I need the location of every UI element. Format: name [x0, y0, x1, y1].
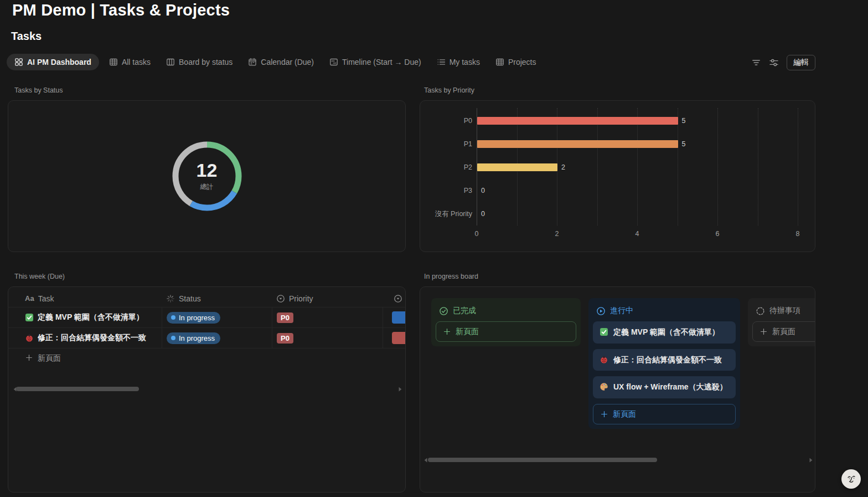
board-new-page-button[interactable]: 新頁面 [436, 321, 576, 342]
column-header-Priority[interactable]: Priority [272, 290, 383, 307]
toolbar-right: 編輯 [751, 55, 815, 70]
week-scrollbar-thumb[interactable] [16, 387, 139, 391]
board-card-item[interactable]: 修正：回合結算偶發金額不一致 [593, 349, 736, 371]
board-column-header[interactable]: 進行中 [593, 303, 736, 321]
tab-projects[interactable]: Projects [490, 54, 542, 70]
priority-badge[interactable]: P0 [277, 333, 293, 344]
view-settings-icon[interactable] [769, 58, 779, 68]
x-tick-label: 4 [636, 230, 639, 238]
status-chart-card: 12 總計 [8, 100, 406, 252]
week-table-hscrollbar [8, 387, 406, 392]
bar[interactable] [477, 140, 678, 148]
scroll-right-icon[interactable] [395, 385, 404, 393]
status-badge[interactable]: In progress [167, 332, 220, 344]
donut-total-value: 12 [197, 161, 218, 181]
tab-all-tasks[interactable]: All tasks [104, 54, 156, 70]
plus-icon [25, 353, 33, 363]
clipped-badge[interactable] [392, 311, 406, 324]
board-column-header[interactable]: 待辦事項 [752, 303, 815, 321]
board-column-待辦事項: 待辦事項新頁面 [748, 298, 815, 346]
week-table-card: AaTaskStatusPriority 定義 MVP 範圍（含不做清單） In… [8, 286, 406, 493]
select-icon [276, 294, 285, 303]
bar-category-label: P2 [422, 163, 472, 171]
tab-ai-pm-dashboard[interactable]: AI PM Dashboard [7, 54, 99, 70]
bar-row-P2: P22 [477, 156, 798, 179]
chart-x-axis: 02468 [477, 229, 798, 241]
donut-total-label: 總計 [200, 182, 214, 192]
column-header-hidden[interactable] [383, 290, 406, 307]
column-header-Status[interactable]: Status [162, 290, 272, 307]
priority-chart-card: P05P15P22P30沒有 Priority0 02468 [420, 100, 815, 252]
tab-timeline-start-due[interactable]: Timeline (Start → Due) [324, 54, 427, 70]
tab-board-by-status[interactable]: Board by status [161, 54, 238, 70]
notion-ai-face-button[interactable] [841, 469, 861, 489]
table-new-page-button[interactable]: 新頁面 [8, 348, 405, 368]
board-card-title: 定義 MVP 範圍（含不做清單） [613, 326, 720, 339]
bar-row-P3: P30 [477, 179, 798, 202]
tab-label: Projects [508, 58, 536, 66]
list-icon [437, 58, 446, 66]
scroll-right-icon[interactable] [806, 455, 815, 464]
board-new-page-button[interactable]: 新頁面 [593, 404, 736, 424]
board-scrollbar-thumb[interactable] [428, 458, 657, 462]
board-column-title: 已完成 [453, 306, 476, 316]
bar-category-label: P3 [422, 187, 472, 194]
bar-value-label: 0 [481, 187, 485, 194]
tab-my-tasks[interactable]: My tasks [431, 54, 485, 70]
task-title[interactable]: 修正：回合結算偶發金額不一致 [38, 333, 146, 343]
table-row[interactable]: 修正：回合結算偶發金額不一致 In progress P0 [8, 327, 405, 348]
bar[interactable] [477, 117, 678, 125]
task-title[interactable]: 定義 MVP 範圍（含不做清單） [38, 312, 144, 322]
tab-label: Calendar (Due) [261, 58, 314, 66]
text-icon: Aa [25, 294, 34, 303]
status-badge[interactable]: In progress [167, 312, 220, 324]
board-card: 已完成新頁面進行中定義 MVP 範圍（含不做清單）修正：回合結算偶發金額不一致U… [420, 286, 815, 493]
green-check-emoji [25, 313, 34, 322]
board-card-item[interactable]: 定義 MVP 範圍（含不做清單） [593, 321, 736, 344]
palette-emoji [600, 382, 608, 393]
bar[interactable] [477, 163, 557, 171]
board-card-item[interactable]: UX flow + Wireframe（大逃殺） [593, 376, 736, 398]
select-icon [394, 294, 402, 303]
column-header-label: Task [38, 294, 54, 303]
board-column-進行中: 進行中定義 MVP 範圍（含不做清單）修正：回合結算偶發金額不一致UX flow… [588, 298, 740, 429]
clipped-badge[interactable] [392, 332, 406, 344]
column-header-Task[interactable]: AaTask [8, 290, 162, 307]
priority-badge[interactable]: P0 [277, 312, 293, 323]
pm-dashboard-page: PM Demo | Tasks & Projects Tasks AI PM D… [0, 0, 868, 497]
board-column-已完成: 已完成新頁面 [431, 298, 581, 346]
tab-calendar-due[interactable]: Calendar (Due) [242, 54, 319, 70]
edit-button[interactable]: 編輯 [787, 55, 815, 70]
ladybug-emoji [25, 334, 34, 342]
ladybug-emoji [600, 355, 608, 366]
x-tick-label: 2 [555, 230, 559, 238]
week-table-label: This week (Due) [14, 273, 65, 280]
bar-category-label: P0 [422, 117, 472, 125]
bar-category-label: P1 [422, 140, 472, 148]
tab-label: AI PM Dashboard [27, 58, 91, 66]
tab-label: Board by status [179, 58, 232, 66]
donut-center: 12 總計 [168, 137, 246, 215]
timeline-icon [329, 58, 338, 66]
spinner-icon [166, 294, 175, 303]
table-row[interactable]: 定義 MVP 範圍（含不做清單） In progress P0 [8, 307, 405, 327]
board-new-page-button[interactable]: 新頁面 [752, 321, 815, 342]
status-dot [171, 315, 175, 320]
bar-category-label: 沒有 Priority [422, 209, 472, 219]
bar-value-label: 5 [682, 140, 686, 148]
notion-ai-face-icon [845, 473, 857, 485]
new-page-label: 新頁面 [772, 327, 795, 337]
table-icon [495, 58, 504, 66]
bar-value-label: 5 [682, 117, 686, 125]
board-label: In progress board [424, 273, 478, 280]
board-column-header[interactable]: 已完成 [436, 303, 576, 321]
bar-row-P1: P15 [477, 132, 798, 156]
board-hscrollbar [420, 458, 815, 463]
tasks-section-title: Tasks [11, 30, 42, 43]
green-check-emoji [600, 327, 608, 339]
dashboard-icon [14, 58, 23, 66]
column-header-label: Status [179, 294, 201, 303]
board-card-title: 修正：回合結算偶發金額不一致 [613, 354, 722, 366]
filter-icon[interactable] [751, 58, 761, 68]
view-tabbar: AI PM DashboardAll tasksBoard by statusC… [7, 54, 541, 70]
